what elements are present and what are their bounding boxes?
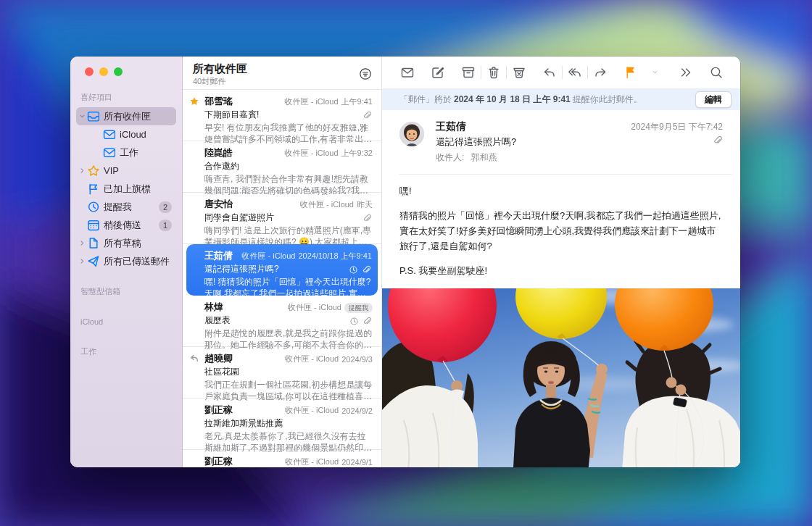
toolbar-group <box>618 63 668 82</box>
photo-attachment[interactable] <box>382 288 740 467</box>
message-time: 上午9:32 <box>341 148 373 159</box>
sender-name: 唐安怡 <box>204 198 300 211</box>
archive-icon[interactable] <box>456 63 481 82</box>
remind-me-pill: 提醒我 <box>344 303 373 313</box>
compose-icon[interactable] <box>426 63 450 82</box>
message-date: 2024年9月5日 下午7:42 <box>631 121 723 133</box>
message-count: 40封郵件 <box>193 76 247 87</box>
sidebar-item[interactable]: 稍後傳送1 <box>76 216 176 234</box>
sidebar-section-header[interactable]: 智慧型信箱 <box>76 270 176 301</box>
message-subject: 下期節目嘉賓! <box>204 109 360 121</box>
mailbox-label: 收件匣 - iCloud <box>285 354 339 364</box>
paperclip-icon <box>362 213 373 223</box>
flag-icon[interactable] <box>618 63 643 82</box>
calendar-icon <box>87 219 99 231</box>
close-button[interactable] <box>85 67 94 76</box>
sidebar-section-favorites: 喜好項目 <box>76 92 176 107</box>
message-meta: 收件匣 - iCloud上午9:32 <box>285 148 373 159</box>
envelope-icon <box>103 146 115 159</box>
sidebar-item-label: 已加上旗標 <box>104 183 172 196</box>
forward-icon[interactable] <box>588 63 613 82</box>
message-row[interactable]: 王茹倩收件匣 - iCloud2024/10/18 上午9:41還記得這張照片嗎… <box>186 244 378 296</box>
junk-icon[interactable] <box>507 63 531 82</box>
flag-chevron-icon[interactable] <box>643 63 668 82</box>
sidebar-item[interactable]: 提醒我2 <box>76 198 176 216</box>
message-row[interactable]: 劉正稼收件匣 - iCloud2024/9/2拉斯維加斯景點推薦老兄,真是太羨慕… <box>183 398 381 450</box>
message-time: 上午9:41 <box>341 96 373 107</box>
message-row[interactable]: 林煒收件匣 - iCloud提醒我履歷表附件是趙悅的履歷表,就是我之前跟你提過的… <box>183 296 381 347</box>
message-row[interactable]: 劉正稼收件匣 - iCloud2024/9/1 <box>183 450 381 467</box>
message-row[interactable]: 趙曉卿收件匣 - iCloud2024/9/3社區花園我們正在規劃一個社區花園,… <box>183 347 381 398</box>
sidebar-item-label: iCloud <box>120 129 172 140</box>
sidebar-item[interactable]: 所有草稿 <box>76 234 176 252</box>
toolbar-group <box>456 63 531 82</box>
message-row[interactable]: 唐安怡收件匣 - iCloud昨天同學會自駕遊照片嗨同學們! 這是上次旅行的精選… <box>183 193 381 244</box>
recipient-name[interactable]: 郭和燕 <box>471 152 497 162</box>
edit-reminder-button[interactable]: 編輯 <box>695 91 732 108</box>
sidebar-item[interactable]: 所有收件匣 <box>76 107 176 125</box>
envelope-icon <box>103 128 115 141</box>
sidebar-nav: 喜好項目 所有收件匣iCloud工作VIP已加上旗標提醒我2稍後傳送1所有草稿所… <box>70 76 182 362</box>
sidebar: 喜好項目 所有收件匣iCloud工作VIP已加上旗標提醒我2稍後傳送1所有草稿所… <box>70 57 183 467</box>
star-icon[interactable] <box>189 96 201 108</box>
chevron-down-icon[interactable] <box>78 113 87 120</box>
banner-suffix: 提醒你此封郵件。 <box>573 93 642 106</box>
chevron-right-icon[interactable] <box>78 258 87 264</box>
mail-toolbar <box>382 57 740 88</box>
message-list-header: 所有收件匣 40封郵件 <box>183 57 381 90</box>
filter-icon[interactable] <box>358 67 373 89</box>
message-row[interactable]: 邵雪瑤收件匣 - iCloud上午9:41下期節目嘉賓!早安! 有位朋友向我推薦… <box>183 90 381 141</box>
to-label: 收件人: <box>436 152 464 162</box>
message-subject: 合作邀約 <box>204 160 373 172</box>
clock-icon <box>87 201 99 213</box>
message-subject: 還記得這張照片嗎? <box>204 263 346 275</box>
reply-icon[interactable] <box>537 63 562 82</box>
sidebar-item[interactable]: VIP <box>76 162 176 180</box>
mailbox-label: 收件匣 - iCloud <box>285 405 339 416</box>
sidebar-item[interactable]: 已加上旗標 <box>76 180 176 198</box>
chevron-right-icon[interactable] <box>78 240 87 246</box>
reading-pane: 「郵件」將於 2024 年 10 月 18 日 上午 9:41 提醒你此封郵件。… <box>382 57 740 467</box>
sidebar-item-label: 工作 <box>120 146 172 159</box>
sender-name: 劉正稼 <box>204 455 285 467</box>
message-subject: 還記得這張照片嗎? <box>436 135 516 149</box>
get-mail-icon[interactable] <box>395 63 420 82</box>
mailbox-label: 收件匣 - iCloud <box>242 251 296 262</box>
window-controls <box>70 57 182 76</box>
minimize-button[interactable] <box>99 67 108 76</box>
message-list: 所有收件匣 40封郵件 邵雪瑤收件匣 - iCloud上午9:41下期節目嘉賓!… <box>183 57 382 467</box>
banner-datetime: 2024 年 10 月 18 日 上午 9:41 <box>454 93 571 106</box>
message-subject: 拉斯維加斯景點推薦 <box>204 417 373 430</box>
sender-name[interactable]: 王茹倩 <box>436 120 466 133</box>
remind-banner: 「郵件」將於 2024 年 10 月 18 日 上午 9:41 提醒你此封郵件。… <box>382 88 740 110</box>
sidebar-section-header[interactable]: 工作 <box>76 330 176 362</box>
message-row[interactable]: 陸崑皓收件匣 - iCloud上午9:32合作邀約嗨查青, 我們對於合作非常有興… <box>183 141 381 193</box>
sidebar-section-header[interactable]: iCloud <box>76 301 176 330</box>
message-meta: 收件匣 - iCloud2024/10/18 上午9:41 <box>242 251 373 262</box>
sidebar-item[interactable]: 所有已傳送郵件 <box>76 252 176 270</box>
body-paragraph: 嘿! <box>399 183 723 199</box>
body-paragraph: 猜猜我的照片「回憶」裡今天出現什麼?天啊,我都忘了我們一起拍過這些照片,實在太好… <box>399 208 723 254</box>
zoom-button[interactable] <box>114 67 123 76</box>
message-meta: 收件匣 - iCloud2024/9/3 <box>285 354 373 364</box>
sidebar-badge: 1 <box>159 220 172 231</box>
sidebar-badge: 2 <box>159 201 172 213</box>
message-subject: 同學會自駕遊照片 <box>204 212 360 224</box>
message-header: 王茹倩 2024年9月5日 下午7:42 還記得這張照片嗎? 收件人: 郭和燕 <box>382 110 740 171</box>
toolbar-group <box>537 63 613 82</box>
message-time: 2024/9/3 <box>341 355 373 364</box>
message-time: 2024/10/18 上午9:41 <box>298 251 372 262</box>
more-icon[interactable] <box>674 63 698 82</box>
sidebar-item[interactable]: 工作 <box>92 143 176 162</box>
search-icon[interactable] <box>704 63 729 82</box>
chevron-right-icon[interactable] <box>78 167 87 174</box>
toolbar-group <box>395 63 420 82</box>
mailbox-label: 收件匣 - iCloud <box>300 199 354 210</box>
sidebar-item-label: 所有收件匣 <box>104 110 172 123</box>
trash-icon[interactable] <box>481 63 506 82</box>
sidebar-item[interactable]: iCloud <box>92 125 176 143</box>
paperclip-icon <box>362 264 372 275</box>
sidebar-item-label: VIP <box>104 165 172 176</box>
paperclip-icon <box>362 110 373 120</box>
reply-all-icon[interactable] <box>563 63 587 82</box>
